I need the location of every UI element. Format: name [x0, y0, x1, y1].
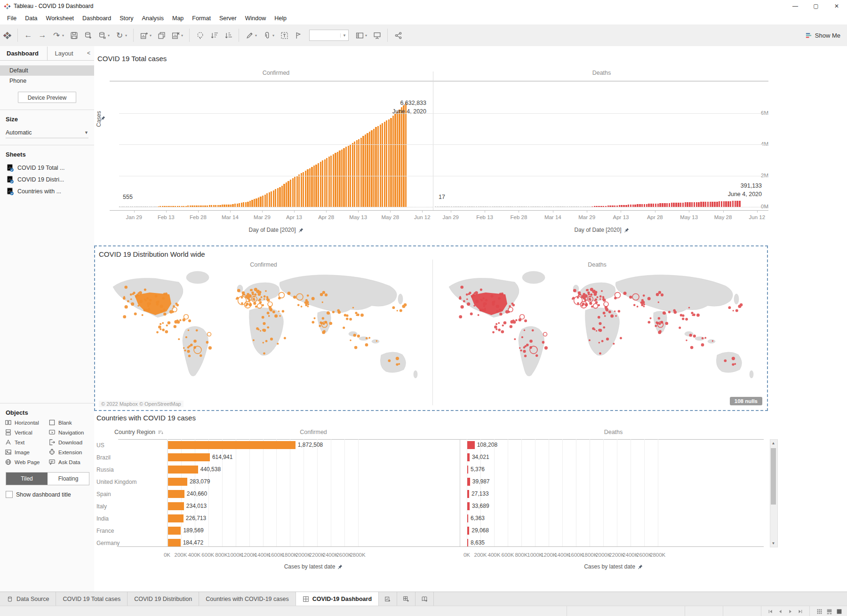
time-series-bar[interactable]: [464, 206, 466, 207]
time-series-bar[interactable]: [166, 206, 168, 207]
time-series-bar[interactable]: [138, 206, 140, 207]
object-vertical[interactable]: Vertical: [5, 429, 48, 436]
time-series-bar[interactable]: [322, 160, 323, 207]
time-series-bar[interactable]: [659, 203, 661, 207]
time-series-bar[interactable]: [462, 206, 463, 207]
confirmed-pane[interactable]: ConfirmedJan 29Feb 13Feb 28Mar 14Mar 29A…: [119, 50, 433, 238]
time-series-bar[interactable]: [542, 206, 543, 207]
time-series-bar[interactable]: [390, 118, 392, 207]
time-series-bar[interactable]: [271, 191, 272, 207]
country-bar[interactable]: [467, 466, 468, 474]
show-cards-icon[interactable]: [353, 29, 366, 41]
time-series-bar[interactable]: [557, 206, 559, 207]
time-series-bar[interactable]: [605, 206, 607, 207]
time-series-bar[interactable]: [662, 203, 663, 207]
object-navigation[interactable]: Navigation: [48, 429, 92, 436]
country-label[interactable]: India: [96, 513, 163, 525]
time-series-bar[interactable]: [571, 206, 572, 207]
menu-map[interactable]: Map: [168, 12, 188, 24]
time-series-bar[interactable]: [219, 205, 221, 207]
time-series-bar[interactable]: [185, 206, 187, 207]
time-series-bar[interactable]: [230, 205, 232, 207]
time-series-bar[interactable]: [175, 206, 176, 207]
time-series-bar[interactable]: [292, 178, 294, 207]
map-confirmed[interactable]: [99, 268, 428, 388]
confirmed-bars-pane[interactable]: 1,872,508614,941440,538283,079240,660234…: [167, 439, 460, 546]
time-series-bar[interactable]: [164, 206, 165, 207]
time-series-bar[interactable]: [251, 200, 253, 207]
time-series-bar[interactable]: [719, 201, 720, 207]
menu-analysis[interactable]: Analysis: [137, 12, 168, 24]
time-series-bar[interactable]: [496, 206, 497, 207]
scroll-up-icon[interactable]: ▲: [770, 440, 776, 447]
time-series-bar[interactable]: [553, 206, 554, 207]
time-series-bar[interactable]: [365, 134, 366, 207]
time-series-bar[interactable]: [362, 136, 364, 207]
country-label[interactable]: Spain: [96, 488, 163, 500]
time-series-bar[interactable]: [144, 206, 146, 207]
country-bar[interactable]: [168, 539, 181, 546]
time-series-bar[interactable]: [514, 206, 516, 207]
time-series-bar[interactable]: [471, 206, 472, 207]
time-series-bar[interactable]: [616, 205, 618, 207]
time-series-bar[interactable]: [194, 205, 195, 207]
country-bar[interactable]: [467, 441, 475, 449]
time-series-bar[interactable]: [247, 202, 248, 207]
time-series-bar[interactable]: [382, 123, 383, 207]
time-series-bar[interactable]: [705, 202, 706, 207]
time-series-bar[interactable]: [380, 125, 381, 207]
time-series-bar[interactable]: [360, 138, 362, 207]
time-series-bar[interactable]: [732, 201, 734, 207]
time-series-bar[interactable]: [397, 111, 398, 207]
time-series-bar[interactable]: [512, 206, 513, 207]
new-dashboard-tab-icon[interactable]: [397, 592, 416, 606]
time-series-bar[interactable]: [348, 146, 349, 207]
object-horizontal[interactable]: Horizontal: [5, 419, 48, 426]
text-object-icon[interactable]: [278, 29, 290, 41]
time-series-bar[interactable]: [526, 206, 527, 207]
time-series-bar[interactable]: [487, 206, 488, 207]
time-series-bar[interactable]: [575, 206, 577, 207]
time-series-bar[interactable]: [523, 206, 525, 207]
time-series-bar[interactable]: [290, 180, 291, 207]
country-label[interactable]: Russia: [96, 464, 163, 476]
menu-format[interactable]: Format: [188, 12, 215, 24]
time-series-bar[interactable]: [444, 206, 445, 207]
sidebar-collapse-icon[interactable]: <: [87, 50, 94, 56]
time-series-bar[interactable]: [628, 205, 629, 207]
time-series-bar[interactable]: [153, 206, 155, 207]
country-bar[interactable]: [168, 514, 184, 522]
time-series-bar[interactable]: [333, 154, 334, 207]
time-series-bar[interactable]: [614, 205, 615, 207]
show-cards-dropdown-icon[interactable]: ▾: [365, 33, 370, 38]
time-series-bar[interactable]: [609, 205, 611, 207]
country-bar[interactable]: [168, 478, 187, 486]
time-series-bar[interactable]: [134, 206, 136, 207]
time-series-bar[interactable]: [119, 206, 120, 207]
time-series-bar[interactable]: [648, 204, 649, 207]
pause-updates-dropdown-icon[interactable]: ▾: [108, 33, 112, 38]
menu-story[interactable]: Story: [115, 12, 137, 24]
time-series-bar[interactable]: [689, 202, 690, 207]
time-series-bar[interactable]: [217, 205, 219, 207]
time-series-bar[interactable]: [455, 206, 456, 207]
time-series-bar[interactable]: [687, 202, 688, 207]
time-series-bar[interactable]: [399, 110, 400, 207]
time-series-bar[interactable]: [260, 197, 261, 207]
time-series-bar[interactable]: [275, 189, 276, 207]
sheet-list-item[interactable]: COVID 19 Total ...: [0, 162, 94, 174]
time-series-bar[interactable]: [121, 206, 123, 207]
time-series-bar[interactable]: [345, 147, 347, 207]
time-series-bar[interactable]: [123, 206, 125, 207]
time-series-bar[interactable]: [539, 206, 541, 207]
time-series-bar[interactable]: [666, 203, 668, 207]
show-sheet-icon[interactable]: [836, 608, 842, 615]
time-series-bar[interactable]: [559, 206, 561, 207]
refresh-icon[interactable]: ↻: [113, 29, 126, 41]
time-series-bar[interactable]: [480, 206, 481, 207]
time-series-bar[interactable]: [441, 206, 443, 207]
sheet-tab-countries-with-covid-19-cases[interactable]: Countries with COVID-19 cases: [199, 592, 296, 606]
device-preview-button[interactable]: Device Preview: [18, 92, 76, 103]
time-series-bar[interactable]: [587, 206, 588, 207]
time-series-bar[interactable]: [551, 206, 552, 207]
